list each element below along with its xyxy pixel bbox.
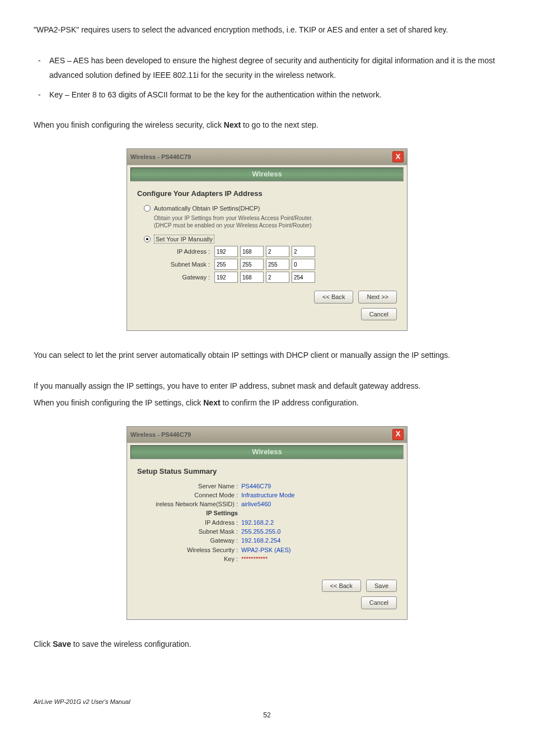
ip-address-row: IP Address : (160, 246, 397, 257)
field-label: Gateway : (160, 273, 212, 281)
paragraph-wpa2: "WPA2-PSK" requires users to select the … (34, 22, 500, 38)
summary-label: Wireless Security : (137, 546, 241, 554)
ip-octet-3[interactable] (266, 246, 289, 257)
gw-octet-3[interactable] (266, 272, 289, 283)
section-title: Setup Status Summary (137, 467, 397, 477)
summary-label: Connect Mode : (137, 491, 241, 499)
radio-icon (144, 205, 151, 212)
summary-label: Server Name : (137, 482, 241, 490)
summary-value: airlive5460 (241, 500, 271, 508)
bullet-aes: AES – AES has been developed to ensure t… (34, 53, 500, 83)
ip-octet-1[interactable] (214, 246, 238, 257)
summary-value: *********** (241, 555, 268, 563)
mask-octet-4[interactable] (292, 259, 315, 270)
paragraph-confirm-ip: When you finish configuring the IP setti… (34, 395, 500, 410)
gw-octet-1[interactable] (214, 272, 238, 283)
summary-row: Gateway :192.168.2.254 (137, 536, 397, 544)
dialog-configure-ip: Wireless - PS446C79 X Wireless Configure… (127, 148, 407, 331)
hint-text: Obtain your IP Settings from your Wirele… (154, 214, 397, 229)
radio-label: Automatically Obtain IP Settins(DHCP) (154, 204, 260, 212)
ip-settings-heading: IP Settings (137, 509, 241, 517)
paragraph-dhcp-or-manual: You can select to let the print server a… (34, 348, 500, 363)
gw-octet-2[interactable] (240, 272, 264, 283)
radio-dhcp[interactable]: Automatically Obtain IP Settins(DHCP) (144, 204, 397, 212)
close-icon[interactable]: X (392, 429, 404, 440)
summary-label: Key : (137, 555, 241, 563)
radio-manual[interactable]: Set Your IP Manually (144, 235, 397, 244)
mask-octet-1[interactable] (214, 259, 238, 270)
gw-octet-4[interactable] (292, 272, 315, 283)
bullet-list: AES – AES has been developed to ensure t… (34, 53, 500, 102)
summary-row: Connect Mode :Infrastructure Mode (137, 491, 397, 499)
save-button[interactable]: Save (366, 580, 397, 592)
summary-label: ireless Network Name(SSID) : (137, 500, 241, 508)
cancel-button[interactable]: Cancel (361, 308, 397, 320)
summary-value: PS446C79 (241, 482, 271, 490)
window-title: Wireless - PS446C79 (130, 153, 191, 161)
summary-value: 255.255.255.0 (241, 528, 280, 535)
next-button[interactable]: Next >> (358, 291, 397, 303)
summary-row: Subnet Mask :255.255.255.0 (137, 528, 397, 535)
summary-row: IP Address :192.168.2.2 (137, 519, 397, 526)
window-title: Wireless - PS446C79 (130, 431, 191, 438)
cancel-button[interactable]: Cancel (361, 596, 397, 609)
titlebar: Wireless - PS446C79 X (127, 149, 407, 165)
paragraph-click-save: Click Save to save the wireless configur… (34, 637, 500, 652)
ip-octet-2[interactable] (240, 246, 264, 257)
ip-octet-4[interactable] (292, 246, 315, 257)
summary-value: Infrastructure Mode (241, 491, 294, 499)
paragraph-next-step: When you finish configuring the wireless… (34, 118, 500, 133)
section-title: Configure Your Adapters IP Address (137, 189, 397, 199)
radio-label: Set Your IP Manually (154, 235, 214, 244)
field-label: Subnet Mask : (160, 260, 212, 268)
banner-wireless: Wireless (130, 445, 404, 459)
paragraph-manual-assign: If you manually assign the IP settings, … (34, 379, 500, 394)
summary-row: Wireless Security :WPA2-PSK (AES) (137, 546, 397, 554)
close-icon[interactable]: X (392, 151, 404, 162)
summary-label: IP Address : (137, 519, 241, 526)
titlebar: Wireless - PS446C79 X (127, 427, 407, 443)
bullet-key: Key – Enter 8 to 63 digits of ASCII form… (34, 87, 500, 102)
summary-value: WPA2-PSK (AES) (241, 546, 291, 554)
summary-row: Key :*********** (137, 555, 397, 563)
footer-manual-title: AirLive WP-201G v2 User's Manual (34, 696, 500, 708)
summary-value: 192.168.2.254 (241, 536, 280, 544)
summary-label: Gateway : (137, 536, 241, 544)
summary-row: Server Name :PS446C79 (137, 482, 397, 490)
mask-octet-2[interactable] (240, 259, 264, 270)
gateway-row: Gateway : (160, 272, 397, 283)
banner-wireless: Wireless (130, 167, 404, 181)
field-label: IP Address : (160, 248, 212, 255)
page-number: 52 (34, 709, 500, 722)
mask-octet-3[interactable] (266, 259, 289, 270)
radio-icon (144, 236, 151, 242)
back-button[interactable]: << Back (314, 291, 353, 303)
subnet-mask-row: Subnet Mask : (160, 259, 397, 270)
summary-value: 192.168.2.2 (241, 519, 274, 526)
summary-row: ireless Network Name(SSID) :airlive5460 (137, 500, 397, 508)
dialog-status-summary: Wireless - PS446C79 X Wireless Setup Sta… (127, 426, 407, 620)
back-button[interactable]: << Back (322, 580, 361, 592)
summary-label: Subnet Mask : (137, 528, 241, 535)
